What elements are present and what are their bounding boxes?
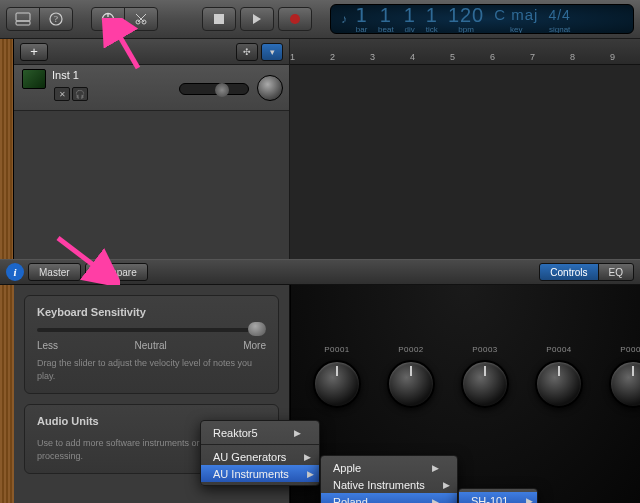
knob-label: P0004 — [546, 345, 572, 354]
wood-border — [0, 285, 14, 503]
track-thumbnail — [22, 69, 46, 89]
ruler[interactable]: 1 2 3 4 5 6 7 8 9 — [290, 39, 640, 65]
ruler-mark: 7 — [530, 52, 570, 62]
menu-item-sh101[interactable]: SH-101▶ — [459, 492, 537, 503]
svg-marker-11 — [253, 14, 261, 24]
lcd-bar: 1 — [355, 5, 368, 25]
knob[interactable] — [313, 360, 361, 408]
panel-hint: Drag the slider to adjust the velocity l… — [37, 357, 266, 383]
eq-tab[interactable]: EQ — [598, 263, 634, 281]
add-track-button[interactable]: + — [20, 43, 48, 61]
plugin-menu[interactable]: Reaktor5▶ AU Generators▶ AU Instruments▶ — [200, 420, 320, 486]
menu-item-roland[interactable]: Roland▶ — [321, 493, 457, 503]
knob[interactable] — [461, 360, 509, 408]
svg-rect-0 — [16, 13, 30, 21]
menu-separator — [201, 444, 319, 445]
chevron-right-icon: ▶ — [432, 497, 439, 504]
monitor-button[interactable]: 🎧 — [72, 87, 88, 101]
catch-playhead-button[interactable]: ▾ — [261, 43, 283, 61]
record-button[interactable] — [278, 7, 312, 31]
chevron-right-icon: ▶ — [294, 428, 301, 438]
chevron-right-icon: ▶ — [304, 452, 311, 462]
view-group: ? — [6, 7, 73, 31]
master-button[interactable]: Master — [28, 263, 81, 281]
ruler-mark: 3 — [370, 52, 410, 62]
menu-item-au-generators[interactable]: AU Generators▶ — [201, 448, 319, 465]
svg-rect-10 — [214, 14, 224, 24]
knob-icon — [101, 12, 115, 26]
stop-button[interactable] — [202, 7, 236, 31]
info-button[interactable]: i — [6, 263, 24, 281]
sens-less-label: Less — [37, 340, 58, 351]
knob[interactable] — [387, 360, 435, 408]
menu-item-ni[interactable]: Native Instruments▶ — [321, 476, 457, 493]
mute-button[interactable]: ✕ — [54, 87, 70, 101]
ruler-mark: 5 — [450, 52, 490, 62]
lcd-div: 1 — [404, 5, 416, 25]
chevron-right-icon: ▶ — [443, 480, 450, 490]
timeline-body[interactable] — [290, 65, 640, 259]
lcd-beat: 1 — [380, 5, 392, 25]
record-icon — [290, 14, 300, 24]
svg-rect-1 — [16, 21, 30, 25]
note-icon: ♪ — [341, 12, 347, 26]
knob[interactable] — [535, 360, 583, 408]
help-icon: ? — [49, 12, 63, 26]
timeline[interactable]: 1 2 3 4 5 6 7 8 9 — [290, 39, 640, 259]
smartcontrols-group — [91, 7, 158, 31]
ruler-mark: 8 — [570, 52, 610, 62]
play-icon — [252, 14, 262, 24]
lcd-key: C maj — [494, 5, 538, 25]
lcd-bpm: 120 — [448, 5, 484, 25]
filter-icon: ▾ — [270, 47, 275, 57]
automation-icon: ✣ — [243, 47, 251, 57]
svg-text:?: ? — [54, 14, 58, 24]
sensitivity-slider[interactable] — [37, 328, 266, 332]
lcd-tick: 1 — [426, 5, 438, 25]
wood-border — [0, 39, 14, 259]
scissors-icon — [134, 12, 148, 26]
chevron-right-icon: ▶ — [526, 496, 533, 504]
controls-tab[interactable]: Controls — [539, 263, 598, 281]
lcd-display[interactable]: ♪ 1bar 1beat 1div 1tick 120bpm C majkey … — [330, 4, 634, 34]
tracks-empty — [14, 111, 289, 259]
ruler-mark: 9 — [610, 52, 640, 62]
pan-knob[interactable] — [257, 75, 283, 101]
track-name: Inst 1 — [52, 69, 79, 81]
knob[interactable] — [609, 360, 640, 408]
tracks-header: + ✣ ▾ — [14, 39, 289, 65]
menu-item-reaktor[interactable]: Reaktor5▶ — [201, 424, 319, 441]
chevron-right-icon: ▶ — [432, 463, 439, 473]
editor-button[interactable] — [124, 7, 158, 31]
smartcontrols-button[interactable] — [91, 7, 125, 31]
sens-neutral-label: Neutral — [135, 340, 167, 351]
manufacturer-menu[interactable]: Apple▶ Native Instruments▶ Roland▶ — [320, 455, 458, 503]
keyboard-sensitivity-panel: Keyboard Sensitivity Less Neutral More D… — [24, 295, 279, 394]
volume-slider[interactable] — [179, 83, 249, 95]
knob-label: P0003 — [472, 345, 498, 354]
automation-button[interactable]: ✣ — [236, 43, 258, 61]
play-button[interactable] — [240, 7, 274, 31]
knob-label: P0002 — [398, 345, 424, 354]
knob-label: P0005 — [620, 345, 640, 354]
compare-button[interactable]: Compare — [85, 263, 148, 281]
instrument-menu[interactable]: SH-101▶ — [458, 488, 538, 503]
library-button[interactable] — [6, 7, 40, 31]
quickhelp-button[interactable]: ? — [39, 7, 73, 31]
lcd-sig: 4/4 — [548, 5, 570, 25]
ruler-mark: 2 — [330, 52, 370, 62]
ruler-mark: 4 — [410, 52, 450, 62]
ruler-mark: 1 — [290, 52, 330, 62]
knob-label: P0001 — [324, 345, 350, 354]
track-row[interactable]: Inst 1 ✕ 🎧 — [14, 65, 289, 111]
stop-icon — [214, 14, 224, 24]
panel-title: Keyboard Sensitivity — [37, 306, 266, 318]
sens-more-label: More — [243, 340, 266, 351]
top-toolbar: ? ♪ 1bar 1beat 1div 1tick 120bpm C majke… — [0, 0, 640, 39]
inspector-bar: i Master Compare Controls EQ — [0, 259, 640, 285]
menu-item-apple[interactable]: Apple▶ — [321, 459, 457, 476]
tracks-area: + ✣ ▾ Inst 1 ✕ 🎧 1 2 3 4 5 6 7 8 — [0, 39, 640, 259]
chevron-right-icon: ▶ — [307, 469, 314, 479]
menu-item-au-instruments[interactable]: AU Instruments▶ — [201, 465, 319, 482]
ruler-mark: 6 — [490, 52, 530, 62]
